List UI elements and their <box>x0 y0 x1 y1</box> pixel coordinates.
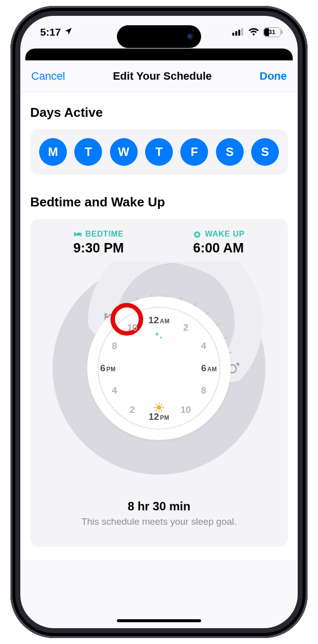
hour-6pm: 6PM <box>100 363 116 374</box>
hour-4l: 4 <box>112 385 117 396</box>
sleep-dial[interactable]: 12AM 2 4 6AM 8 10 12PM 2 4 <box>53 262 265 475</box>
svg-line-26 <box>161 404 162 405</box>
sleep-duration: 8 hr 30 min <box>39 499 279 513</box>
hour-6am: 6AM <box>201 363 217 374</box>
sleep-goal-note: This schedule meets your sleep goal. <box>39 516 279 527</box>
hour-8l: 8 <box>112 341 117 351</box>
svg-rect-3 <box>241 28 243 36</box>
location-arrow-icon <box>64 27 73 38</box>
alarm-icon <box>192 230 202 238</box>
sleep-dial-card: BEDTIME 9:30 PM WAKE UP 6:00 AM <box>30 219 288 547</box>
sun-icon <box>154 402 164 415</box>
wifi-icon <box>248 26 259 38</box>
status-time: 5:17 <box>40 26 61 38</box>
hour-10r: 10 <box>180 404 191 415</box>
day-toggle-tuesday[interactable]: T <box>74 138 102 166</box>
battery-indicator: 31 <box>263 27 281 37</box>
stars-icon <box>154 332 164 344</box>
day-toggle-sunday[interactable]: S <box>251 138 279 166</box>
svg-point-18 <box>157 405 161 410</box>
svg-rect-1 <box>235 31 237 36</box>
dynamic-island <box>117 25 201 48</box>
svg-line-24 <box>161 410 162 410</box>
day-toggle-thursday[interactable]: T <box>145 138 173 166</box>
svg-point-4 <box>195 233 199 236</box>
days-active-title: Days Active <box>30 105 288 120</box>
day-toggle-saturday[interactable]: S <box>216 138 244 166</box>
wakeup-label: WAKE UP <box>192 230 245 239</box>
bedtime-label: BEDTIME <box>73 230 124 239</box>
hour-8r: 8 <box>201 385 207 396</box>
svg-rect-2 <box>238 30 240 36</box>
wakeup-value: 6:00 AM <box>192 241 245 256</box>
home-indicator[interactable] <box>117 619 201 622</box>
hour-4: 4 <box>201 341 207 351</box>
nav-title: Edit Your Schedule <box>113 70 212 83</box>
bedtime-value: 9:30 PM <box>73 241 124 256</box>
screen: 5:17 <box>20 16 298 628</box>
hour-2l: 2 <box>130 404 135 415</box>
cancel-button[interactable]: Cancel <box>31 70 65 83</box>
hour-10l: 10 <box>127 322 137 333</box>
front-camera-icon <box>187 34 193 40</box>
done-button[interactable]: Done <box>260 70 287 83</box>
day-toggle-wednesday[interactable]: W <box>110 138 138 166</box>
cellular-signal-icon <box>232 26 244 38</box>
svg-line-23 <box>156 404 157 405</box>
content-area: Days Active M T W T F S S Bedtime and Wa… <box>20 92 298 560</box>
battery-percent: 31 <box>268 29 275 36</box>
bedtime-section-title: Bedtime and Wake Up <box>30 195 288 210</box>
nav-bar: Cancel Edit Your Schedule Done <box>20 60 298 92</box>
background-sheet <box>25 49 293 60</box>
svg-rect-0 <box>232 33 234 36</box>
hour-12am: 12AM <box>149 315 170 326</box>
svg-line-25 <box>156 410 157 410</box>
day-toggle-friday[interactable]: F <box>180 138 208 166</box>
iphone-frame: 5:17 <box>10 6 308 638</box>
days-active-card: M T W T F S S <box>30 129 288 175</box>
hour-2: 2 <box>183 322 189 333</box>
bed-icon <box>73 231 82 238</box>
day-toggle-monday[interactable]: M <box>39 138 67 166</box>
